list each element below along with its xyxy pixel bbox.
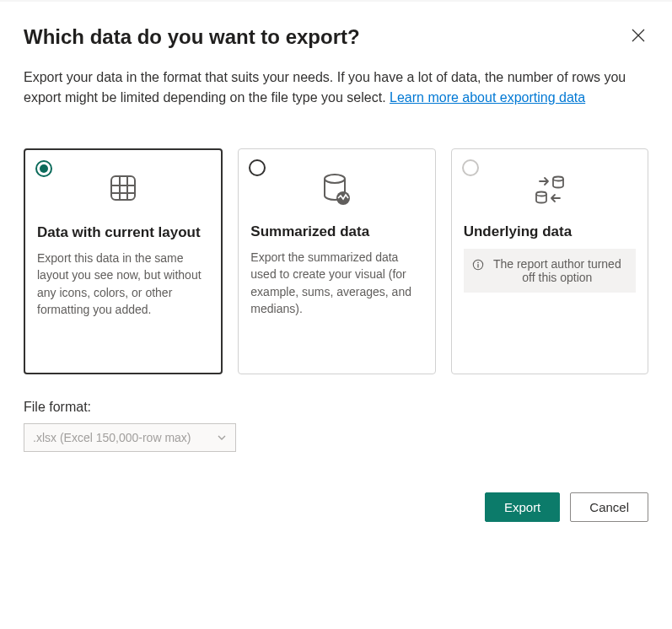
radio-underlying <box>462 159 479 176</box>
option-underlying-title: Underlying data <box>464 223 636 240</box>
svg-point-5 <box>325 175 345 183</box>
option-current-layout[interactable]: Data with current layout Export this dat… <box>24 148 223 374</box>
learn-more-link[interactable]: Learn more about exporting data <box>390 90 585 105</box>
option-underlying: Underlying data The report author turned… <box>451 148 648 374</box>
disabled-message-text: The report author turned off this option <box>487 257 627 284</box>
export-button[interactable]: Export <box>485 492 560 522</box>
file-format-value: .xlsx (Excel 150,000-row max) <box>33 431 191 444</box>
dialog-description: Export your data in the format that suit… <box>24 67 648 108</box>
info-icon <box>472 259 484 271</box>
option-summarized-title: Summarized data <box>250 223 422 240</box>
close-icon <box>632 29 645 42</box>
database-transfer-icon <box>464 173 636 207</box>
radio-current-layout[interactable] <box>35 160 52 177</box>
cancel-button[interactable]: Cancel <box>570 492 648 522</box>
svg-rect-11 <box>477 264 478 267</box>
close-button[interactable] <box>628 25 648 46</box>
svg-point-7 <box>553 177 563 181</box>
option-current-layout-title: Data with current layout <box>37 224 209 241</box>
file-format-label: File format: <box>24 400 648 415</box>
svg-rect-0 <box>111 176 135 200</box>
export-dialog: Which data do you want to export? Export… <box>0 0 672 546</box>
file-format-select: .xlsx (Excel 150,000-row max) <box>24 423 236 452</box>
table-icon <box>37 174 209 207</box>
option-summarized[interactable]: Summarized data Export the summarized da… <box>238 148 435 374</box>
option-summarized-desc: Export the summarized data used to creat… <box>250 249 422 317</box>
dialog-title: Which data do you want to export? <box>24 25 648 49</box>
option-underlying-disabled-message: The report author turned off this option <box>464 249 636 293</box>
svg-point-8 <box>536 192 546 196</box>
chevron-down-icon <box>217 433 227 443</box>
svg-point-10 <box>477 262 479 264</box>
option-current-layout-desc: Export this data in the same layout you … <box>37 250 209 318</box>
export-options: Data with current layout Export this dat… <box>24 148 648 374</box>
dialog-footer: Export Cancel <box>24 492 648 522</box>
database-summary-icon <box>250 173 422 207</box>
